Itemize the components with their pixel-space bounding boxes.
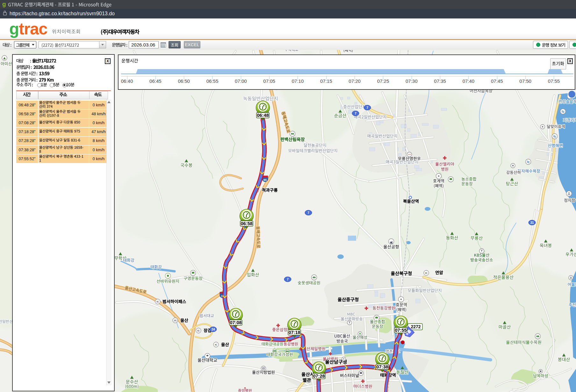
svg-text:07:08: 07:08 <box>230 320 241 325</box>
svg-text:7: 7 <box>287 278 289 281</box>
svg-text:2272: 2272 <box>411 324 421 329</box>
svg-text:7: 7 <box>366 106 368 110</box>
svg-text:06:58: 06:58 <box>241 221 252 226</box>
svg-text:IC: IC <box>157 301 159 303</box>
svg-text:7: 7 <box>355 112 356 115</box>
svg-text:IC: IC <box>198 330 200 332</box>
svg-text:31: 31 <box>530 221 534 225</box>
svg-text:IC: IC <box>215 344 217 346</box>
svg-text:06:48: 06:48 <box>257 113 269 118</box>
svg-text:JC: JC <box>174 319 177 322</box>
svg-text:07:55: 07:55 <box>395 328 407 333</box>
svg-text:7: 7 <box>307 211 309 215</box>
svg-text:24: 24 <box>211 328 215 331</box>
svg-text:65: 65 <box>263 178 267 182</box>
svg-text:IC: IC <box>425 272 428 274</box>
svg-text:07:38: 07:38 <box>376 364 388 369</box>
svg-text:07:28: 07:28 <box>313 374 325 379</box>
svg-text:07:18: 07:18 <box>288 330 300 335</box>
